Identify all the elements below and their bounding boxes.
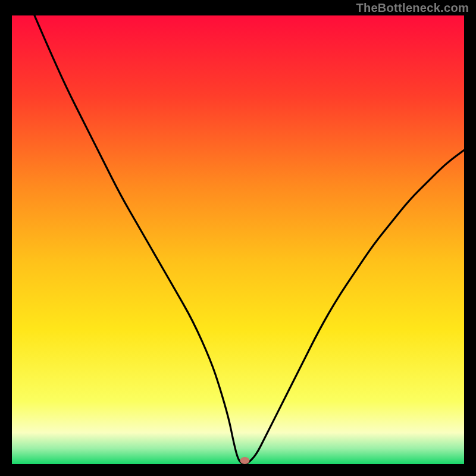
- chart-svg: [12, 15, 464, 464]
- optimal-marker: [240, 457, 249, 464]
- watermark-text: TheBottleneck.com: [356, 1, 469, 15]
- gradient-background: [12, 15, 464, 464]
- plot-area: [12, 15, 464, 464]
- chart-frame: TheBottleneck.com: [0, 0, 476, 476]
